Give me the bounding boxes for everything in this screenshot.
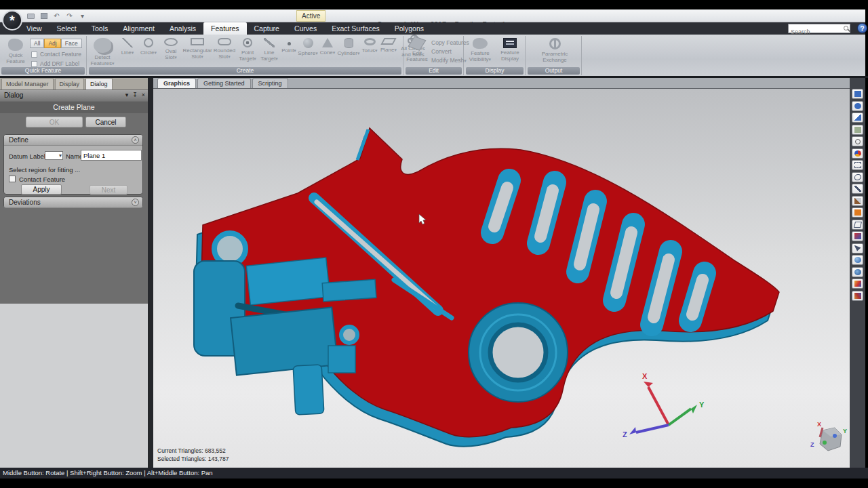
apply-button[interactable]: Apply (21, 184, 62, 195)
viewport-tab-getting-started[interactable]: Getting Started (197, 78, 251, 88)
contact-feature-checkbox-dialog[interactable] (9, 176, 16, 182)
nav-cube[interactable]: X Y Z (810, 421, 847, 451)
pick-tool-icon[interactable] (852, 243, 863, 253)
open-icon[interactable] (26, 12, 36, 20)
collapse-section-icon[interactable]: ˄ (132, 136, 139, 144)
save-icon[interactable] (39, 12, 49, 20)
tab-alignment[interactable]: Alignment (115, 22, 162, 35)
create-rounded-slot-button[interactable]: Rounded Slot (212, 38, 237, 62)
feature-visibility-button[interactable]: Feature Visibility (466, 38, 494, 62)
rotate-view-icon[interactable] (852, 101, 863, 111)
texture-tool-icon[interactable] (852, 279, 863, 289)
panel-close-icon[interactable]: × (142, 92, 145, 98)
current-triangles-stat: Current Triangles: 683,552 (157, 447, 226, 455)
mesh-model[interactable]: X Y Z X Y Z (153, 89, 850, 468)
toggle-adj[interactable]: Adj (44, 39, 60, 48)
ok-button[interactable]: OK (26, 117, 83, 127)
viewport-tab-scripting[interactable]: Scripting (252, 78, 288, 88)
customize-toolbar-caret-icon[interactable]: ▾ (77, 12, 87, 20)
search-icon[interactable] (844, 26, 848, 30)
zoom-window-icon[interactable] (852, 136, 863, 146)
graphics-viewport[interactable]: X Y Z X Y Z Current Triangles: 683,552 S… (153, 89, 850, 468)
redo-icon[interactable]: ↷ (64, 12, 75, 20)
next-button[interactable]: Next (90, 185, 127, 195)
parametric-exchange-button[interactable]: Parametric Exchange (538, 38, 571, 63)
add-drf-label-checkbox-row[interactable]: Add DRF Label (31, 60, 79, 67)
expand-section-icon[interactable]: ˅ (132, 199, 139, 206)
create-point-target-button[interactable]: Point Target (237, 38, 258, 62)
create-line-button[interactable]: Line (117, 38, 138, 62)
panel-menu-caret-icon[interactable]: ▾ (125, 92, 129, 98)
create-cylinder-button[interactable]: Cylinder (337, 38, 360, 62)
pan-view-icon[interactable] (852, 113, 863, 123)
toggle-face[interactable]: Face (61, 39, 82, 48)
axis-triad: X Y Z (623, 372, 705, 439)
create-circle-button[interactable]: Circle (138, 38, 159, 62)
tab-view[interactable]: View (19, 22, 50, 35)
detect-features-button[interactable]: Detect Features (88, 38, 117, 66)
undo-icon[interactable]: ↶ (52, 12, 62, 20)
name-input[interactable] (81, 150, 142, 161)
select-brush-icon[interactable] (852, 196, 863, 206)
create-torus-button[interactable]: Torus (360, 38, 379, 62)
app-logo-icon[interactable]: * (2, 10, 22, 30)
tab-exact-surfaces[interactable]: Exact Surfaces (324, 22, 387, 35)
cancel-button[interactable]: Cancel (85, 117, 126, 127)
select-lasso-icon[interactable] (852, 207, 863, 218)
create-plane-button[interactable]: Plane (379, 38, 398, 62)
feature-visibility-icon (473, 38, 488, 49)
tab-polygons[interactable]: Polygons (387, 22, 431, 35)
quick-feature-button[interactable]: Quick Feature (1, 39, 30, 64)
parametric-exchange-icon (549, 38, 561, 49)
select-polygon-icon[interactable] (852, 220, 863, 230)
select-ellipse-icon[interactable] (852, 172, 863, 182)
viewport-tab-graphics[interactable]: Graphics (157, 78, 196, 88)
contact-feature-checkbox[interactable] (31, 52, 37, 58)
create-line-target-button[interactable]: Line Target (258, 38, 280, 62)
sphere-tool-icon[interactable] (852, 267, 863, 277)
create-cone-button[interactable]: Cone (318, 38, 337, 62)
modify-mesh-button[interactable]: Modify Mesh (431, 56, 469, 65)
edit-features-button[interactable]: Edit Features (404, 38, 430, 62)
select-line-icon[interactable] (852, 184, 863, 194)
image-tool-icon[interactable] (852, 291, 863, 301)
fit-view-icon[interactable] (852, 125, 863, 135)
tab-select[interactable]: Select (50, 22, 84, 35)
panel-tab-dialog[interactable]: Dialog (85, 78, 113, 89)
tab-features[interactable]: Features (203, 22, 246, 35)
define-section-header[interactable]: Define ˄ (4, 135, 142, 146)
display-mode-icon[interactable] (852, 89, 863, 99)
add-drf-label-checkbox[interactable] (31, 61, 37, 67)
toggle-all[interactable]: All (30, 39, 44, 48)
tab-capture[interactable]: Capture (247, 22, 287, 35)
panel-splitter[interactable] (148, 78, 153, 468)
group-create: Detect Features Line Circle Oval Slot Re… (87, 36, 403, 75)
tab-tools[interactable]: Tools (84, 22, 116, 35)
datum-label-dropdown[interactable] (45, 151, 63, 160)
panel-pin-icon[interactable]: ↧ (132, 92, 138, 98)
help-icon[interactable]: ? (857, 23, 867, 33)
deviations-section-header[interactable]: Deviations ˅ (4, 197, 142, 208)
create-point-button[interactable]: Point (280, 38, 298, 62)
create-rectangular-slot-button[interactable]: Rectangular Slot (182, 38, 212, 62)
feature-display-button[interactable]: Feature Display (496, 38, 524, 62)
paint-select-icon[interactable] (852, 231, 863, 241)
title-bar: Geomagic Wrap 2017 -- Practice Part.stl … (0, 9, 865, 22)
dialog-panel: Dialog ▾ ↧ × Create Plane OK Cancel Defi… (0, 89, 148, 468)
tab-analysis[interactable]: Analysis (162, 22, 203, 35)
copy-features-button[interactable]: Copy Features (431, 39, 469, 47)
viewport-tab-bar: Graphics Getting Started Scripting (153, 78, 850, 89)
group-label-display: Display (466, 67, 524, 75)
convert-button[interactable]: Convert (431, 47, 469, 56)
panel-tab-display[interactable]: Display (55, 78, 85, 89)
contact-feature-checkbox-row[interactable]: Contact Feature (31, 51, 81, 58)
create-sphere-button[interactable]: Sphere (298, 38, 318, 62)
sphere-icon (303, 38, 313, 48)
create-oval-slot-button[interactable]: Oval Slot (159, 38, 182, 62)
globe-tool-icon[interactable] (852, 255, 863, 265)
cone-icon (322, 38, 333, 47)
tab-curves[interactable]: Curves (287, 22, 324, 35)
select-rectangle-icon[interactable] (852, 160, 863, 170)
shading-mode-icon[interactable] (852, 148, 863, 159)
panel-tab-model-manager[interactable]: Model Manager (1, 78, 54, 89)
